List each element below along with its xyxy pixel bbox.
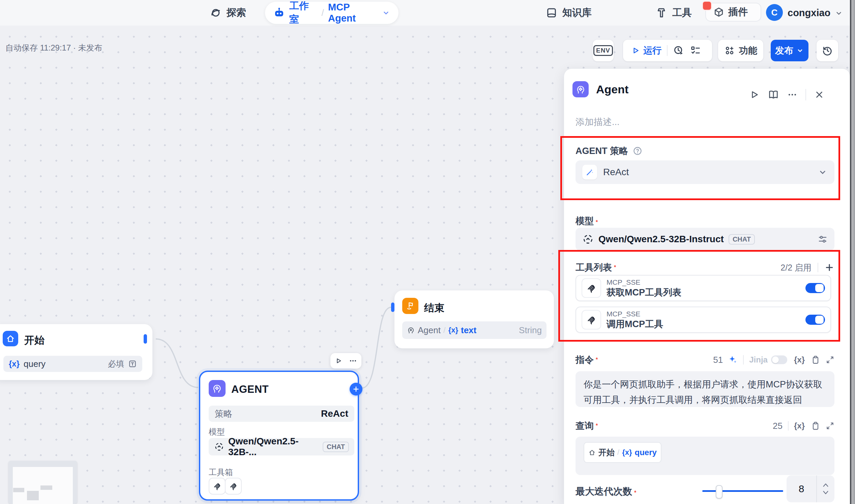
tool-name: 获取MCP工具列表 — [607, 287, 681, 298]
home-icon — [3, 331, 18, 346]
toolbox-tool-2[interactable] — [225, 478, 242, 494]
divider — [743, 355, 744, 364]
expand-icon[interactable] — [826, 356, 834, 364]
model-provider-icon — [582, 233, 594, 245]
tools-section-header: 工具列表* 2/2 启用 — [576, 262, 834, 273]
end-variable-type: String — [519, 325, 542, 336]
max-iterations-slider[interactable] — [702, 490, 783, 492]
end-node[interactable]: 结束 Agent / {x} text String — [395, 290, 554, 348]
required-mark: * — [596, 423, 598, 429]
x-variable-icon: {x} — [622, 445, 632, 460]
start-var-row[interactable]: {x} query 必填 — [3, 356, 142, 372]
minimap-node — [13, 488, 24, 492]
add-tool-button[interactable] — [824, 263, 834, 273]
model-label: 模型 — [576, 216, 594, 226]
max-iterations-label-row: 最大迭代次数* — [576, 485, 636, 498]
copy-icon[interactable] — [811, 355, 820, 364]
end-source-node: Agent — [418, 325, 441, 336]
input-handle[interactable] — [391, 303, 395, 312]
slider-handle[interactable] — [716, 485, 722, 499]
tool-provider: MCP_SSE — [607, 278, 681, 287]
end-output-row: Agent / {x} text String — [402, 321, 546, 339]
panel-header-actions — [749, 89, 824, 101]
window-edge — [850, 0, 855, 504]
model-select[interactable]: Qwen/Qwen2.5-32B-Instruct CHAT — [576, 228, 834, 251]
minimap[interactable] — [8, 461, 77, 504]
model-provider-icon — [214, 442, 224, 452]
jinja-label: Jinja — [749, 355, 768, 364]
model-settings-icon[interactable] — [818, 234, 828, 244]
jinja-toggle[interactable] — [771, 356, 787, 364]
tool-provider: MCP_SSE — [607, 310, 663, 318]
model-section-label: 模型* — [576, 215, 598, 227]
model-badge: CHAT — [729, 234, 755, 245]
end-variable: text — [461, 325, 476, 336]
divider — [818, 263, 818, 272]
agent-model-row: Qwen/Qwen2.5-32B-... CHAT — [209, 438, 354, 455]
instruction-textarea[interactable]: 你是一个网页抓取助手，根据用户请求，使用MCP协议获取可用工具，并执行工具调用，… — [576, 371, 834, 407]
play-icon[interactable] — [749, 89, 760, 100]
open-book-icon[interactable] — [768, 89, 779, 101]
output-handle[interactable] — [144, 334, 147, 344]
query-textarea[interactable]: 开始 / {x} query — [576, 437, 834, 475]
start-node[interactable]: 开始 {x} query 必填 — [0, 324, 152, 380]
insert-variable-icon[interactable]: {x} — [794, 421, 805, 431]
more-icon[interactable] — [787, 90, 797, 100]
required-mark: * — [634, 490, 636, 496]
tools-enabled-count: 2/2 启用 — [781, 262, 812, 273]
divider — [788, 421, 789, 431]
tool-name: 调用MCP工具 — [607, 318, 663, 330]
pill-var-name: query — [634, 445, 657, 460]
copy-icon[interactable] — [811, 421, 820, 431]
wand-icon — [582, 165, 597, 180]
tool-card-1[interactable]: MCP_SSE 获取MCP工具列表 — [576, 275, 831, 301]
max-iterations-label: 最大迭代次数 — [576, 486, 632, 497]
help-icon[interactable] — [633, 146, 642, 156]
agent-node[interactable]: AGENT 策略 ReAct 模型 Qwen/Qwen2.5-32B-... C… — [199, 371, 359, 501]
generate-sparkle-icon[interactable] — [728, 355, 738, 365]
minimap-viewport — [13, 467, 73, 504]
add-next-node-handle[interactable] — [350, 383, 363, 396]
agent-node-title: AGENT — [231, 383, 269, 396]
strategy-select[interactable]: ReAct — [576, 160, 834, 184]
query-variable-pill[interactable]: 开始 / {x} query — [583, 442, 662, 463]
flag-icon — [402, 298, 418, 314]
instruction-label: 指令 — [576, 354, 594, 366]
more-icon[interactable] — [349, 357, 357, 365]
required-mark: * — [614, 265, 616, 271]
x-variable-icon: {x} — [449, 326, 458, 335]
minimap-node — [27, 491, 39, 500]
play-icon[interactable] — [335, 357, 342, 364]
model-value: Qwen/Qwen2.5-32B-... — [228, 436, 319, 457]
minimap-node — [40, 485, 52, 490]
slash: / — [617, 445, 620, 460]
toolbox-tool-1[interactable] — [209, 478, 226, 494]
mcp-icon — [581, 310, 601, 329]
agent-strategy-row: 策略 ReAct — [209, 406, 354, 422]
max-iterations-input[interactable]: 8 — [787, 475, 834, 502]
required-mark: * — [596, 357, 598, 363]
mcp-icon — [213, 482, 222, 490]
slash: / — [443, 325, 446, 335]
increment-button[interactable] — [822, 483, 830, 488]
model-label: 模型 — [209, 427, 225, 437]
expand-icon[interactable] — [826, 421, 834, 430]
close-icon[interactable] — [814, 90, 824, 100]
start-node-title: 开始 — [24, 334, 45, 347]
tool-toggle[interactable] — [805, 283, 825, 293]
tools-label: 工具列表 — [576, 262, 612, 273]
tool-toggle[interactable] — [805, 315, 825, 325]
divider — [805, 89, 806, 101]
text-input-icon — [128, 359, 137, 368]
end-node-title: 结束 — [424, 301, 444, 315]
char-count: 51 — [713, 355, 723, 365]
insert-variable-icon[interactable]: {x} — [794, 355, 805, 364]
query-section-header: 查询* 25 {x} — [576, 420, 834, 432]
description-placeholder[interactable]: 添加描述... — [576, 116, 620, 128]
panel-title[interactable]: Agent — [596, 83, 628, 96]
home-icon — [588, 449, 596, 456]
pill-node-name: 开始 — [598, 445, 615, 460]
instruction-section-header: 指令* 51 Jinja {x} — [576, 354, 834, 366]
decrement-button[interactable] — [822, 490, 830, 495]
tool-card-2[interactable]: MCP_SSE 调用MCP工具 — [576, 307, 831, 333]
